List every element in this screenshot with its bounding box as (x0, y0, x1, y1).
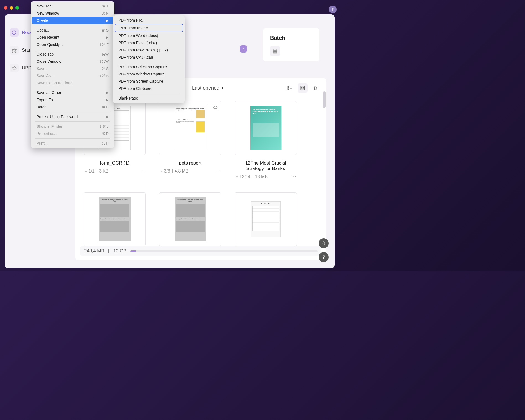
menu-item-new-tab[interactable]: New Tab⌘ T (32, 2, 113, 10)
menu-item-save: Save...⌘ S (32, 65, 113, 72)
storage-bar: 248,4 MB | 10 GB (80, 246, 321, 256)
menu-item-label: PDF from PowerPoint (.pptx) (118, 48, 168, 52)
menu-separator (117, 62, 180, 62)
search-fab-button[interactable] (319, 238, 329, 248)
menu-item-protect-using-password[interactable]: Protect Using Password▶ (32, 113, 113, 120)
chevron-right-icon: ▶ (106, 98, 109, 102)
storage-progress-track (130, 250, 318, 252)
window-close-button[interactable] (4, 6, 7, 10)
file-size: 3 KB (99, 169, 109, 174)
sort-dropdown[interactable]: Last opened ▼ (189, 84, 227, 93)
file-card[interactable]: Improve Working Productivity in Using Ap… (84, 192, 146, 246)
file-name: form_OCR (1) (100, 160, 129, 166)
file-thumbnail: The Most Crucial Strategy for Banks and … (235, 101, 297, 155)
menu-shortcut: ⌘W (102, 52, 109, 56)
storage-used: 248,4 MB (84, 248, 104, 254)
menu-item-pdf-from-image[interactable]: PDF from Image (115, 24, 183, 32)
file-card[interactable]: TO DO LIST (235, 192, 297, 246)
menu-item-batch[interactable]: Batch⌘ B (32, 103, 113, 111)
menu-item-save-to-updf-cloud: Save to UPDF Cloud (32, 79, 113, 87)
menu-item-pdf-from-excel-xlsx[interactable]: PDF from Excel (.xlsx) (114, 39, 184, 46)
menu-item-create[interactable]: Create▶ (32, 17, 113, 24)
svg-rect-2 (273, 49, 277, 50)
file-more-button[interactable]: ··· (141, 169, 146, 174)
window-minimize-button[interactable] (10, 6, 13, 10)
menu-shortcut: ⇧⌘ F (99, 43, 109, 47)
menu-item-save-as: Save As...⇧⌘ S (32, 72, 113, 79)
chevron-right-icon: ▶ (106, 35, 109, 40)
window-maximize-button[interactable] (15, 6, 19, 10)
scrollbar-thumb[interactable] (323, 91, 326, 108)
menu-item-pdf-from-window-capture[interactable]: PDF from Window Capture (114, 71, 184, 78)
file-card[interactable]: Health and Mood-Boosting Benefits of Pet… (159, 101, 221, 179)
menu-item-label: Export To (37, 98, 53, 102)
user-avatar[interactable]: T (329, 6, 337, 13)
menu-shortcut: ⌘ D (102, 132, 109, 136)
menu-separator (35, 25, 110, 25)
scrollbar[interactable] (323, 91, 326, 244)
menu-shortcut: ⌘ P (102, 141, 109, 145)
svg-rect-11 (301, 88, 302, 90)
svg-rect-5 (288, 86, 289, 87)
menu-item-label: Save... (37, 66, 49, 71)
file-card[interactable]: The Most Crucial Strategy for Banks and … (235, 101, 297, 179)
menu-item-pdf-from-screen-capture[interactable]: PDF from Screen Capture (114, 78, 184, 85)
menu-item-label: Show in Finder (37, 124, 62, 129)
menu-shortcut: ⌘ B (102, 105, 109, 109)
menu-separator (35, 112, 110, 112)
menu-item-pdf-from-file[interactable]: PDF from File... (114, 17, 184, 24)
card-batch[interactable]: Batch (263, 28, 319, 61)
menu-item-label: Save to UPDF Cloud (37, 81, 72, 85)
menu-item-new-window[interactable]: New Window⌘ N (32, 10, 113, 17)
file-more-button[interactable]: ··· (216, 169, 221, 174)
menu-item-blank-page[interactable]: Blank Page (114, 95, 184, 102)
menu-item-label: Print... (37, 141, 48, 145)
menu-item-pdf-from-powerpoint-pptx[interactable]: PDF from PowerPoint (.pptx) (114, 46, 184, 54)
help-fab-button[interactable]: ? (319, 252, 329, 262)
menu-item-label: PDF from CAJ (.caj) (118, 55, 153, 59)
menu-item-open[interactable]: Open...⌘ O (32, 27, 113, 34)
file-thumbnail: TO DO LIST (235, 192, 297, 246)
menu-item-save-as-other[interactable]: Save as Other▶ (32, 89, 113, 96)
menu-item-label: Open Quickly... (37, 42, 63, 47)
star-icon (10, 46, 19, 55)
svg-marker-1 (12, 48, 16, 53)
menu-item-label: PDF from Window Capture (118, 72, 165, 76)
view-grid-button[interactable] (298, 83, 308, 93)
expand-card-button[interactable] (240, 45, 247, 53)
chevron-right-icon: ▶ (106, 90, 109, 95)
menu-item-label: PDF from Excel (.xlsx) (118, 41, 157, 45)
menu-item-label: Batch (37, 105, 46, 109)
thumb-preview: Improve Working Productivity in Using Ap… (175, 197, 206, 241)
view-list-button[interactable] (285, 83, 295, 93)
file-size: 4,8 MB (175, 169, 189, 174)
chevron-down-icon: ▼ (221, 86, 224, 90)
menu-item-pdf-from-word-docx[interactable]: PDF from Word (.docx) (114, 32, 184, 39)
storage-total: 10 GB (113, 248, 126, 254)
files-grid: ☁ TO DO LIST form_OCR (1) ▫ 1/1 | 3 KB ·… (81, 96, 320, 251)
menu-separator (35, 88, 110, 88)
menu-item-label: PDF from File... (118, 18, 145, 22)
pages-icon: ▫ (85, 169, 87, 174)
menu-item-close-tab[interactable]: Close Tab⌘W (32, 51, 113, 58)
menu-shortcut: ⇧⌘W (99, 59, 109, 64)
file-card[interactable]: Improve Working Productivity in Using Ap… (159, 192, 221, 246)
file-more-button[interactable]: ··· (292, 174, 297, 179)
menu-shortcut: ⌘ T (102, 4, 109, 8)
menu-item-open-quickly[interactable]: Open Quickly...⇧⌘ F (32, 41, 113, 48)
svg-rect-3 (273, 51, 277, 52)
menu-item-label: Open... (37, 28, 49, 32)
delete-button[interactable] (310, 83, 320, 93)
menu-item-pdf-from-selection-capture[interactable]: PDF from Selection Capture (114, 63, 184, 71)
pages-icon: ▫ (161, 169, 162, 174)
menu-item-pdf-from-caj-caj[interactable]: PDF from CAJ (.caj) (114, 54, 184, 61)
menu-item-label: New Tab (37, 4, 51, 8)
svg-rect-10 (303, 86, 305, 87)
menu-item-label: Create (37, 18, 48, 23)
menu-item-export-to[interactable]: Export To▶ (32, 96, 113, 103)
menu-item-open-recent[interactable]: Open Recent▶ (32, 34, 113, 41)
menu-item-close-window[interactable]: Close Window⇧⌘W (32, 58, 113, 65)
menu-item-pdf-from-clipboard[interactable]: PDF from Clipboard (114, 85, 184, 92)
menu-item-properties: Properties...⌘ D (32, 130, 113, 137)
menu-separator (35, 138, 110, 139)
